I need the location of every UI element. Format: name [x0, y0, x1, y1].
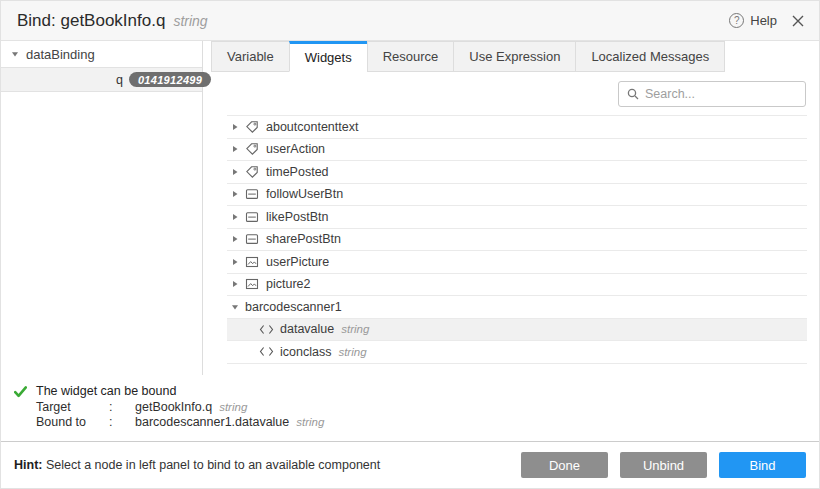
- widget-type: string: [341, 323, 369, 335]
- success-check-icon: [14, 386, 27, 398]
- dialog-header: Bind: getBookInfo.q string ? Help: [1, 1, 819, 41]
- bind-button[interactable]: Bind: [719, 452, 806, 478]
- status-boundto-row: Bound to : barcodescanner1.datavalue str…: [36, 415, 324, 431]
- dialog-title-type: string: [173, 13, 207, 29]
- widget-row-sharepostbtn[interactable]: sharePostBtn: [227, 229, 807, 252]
- tab-localized-messages[interactable]: Localized Messages: [575, 41, 725, 72]
- caret-right-icon: [231, 145, 239, 153]
- tab-variable[interactable]: Variable: [211, 41, 290, 72]
- widget-row-aboutcontenttext[interactable]: aboutcontenttext: [227, 116, 807, 139]
- widget-row-userpicture[interactable]: userPicture: [227, 251, 807, 274]
- widget-label: likePostBtn: [266, 210, 329, 224]
- widget-row-likepostbtn[interactable]: likePostBtn: [227, 206, 807, 229]
- dialog-body: dataBinding q 0141912499 Variable Widget…: [1, 41, 819, 375]
- tag-icon: [245, 165, 266, 179]
- hint-label: Hint:: [14, 458, 42, 472]
- widget-row-datavalue[interactable]: datavalue string: [227, 319, 807, 342]
- picture-icon: [245, 277, 266, 291]
- caret-right-icon: [231, 258, 239, 266]
- status-target-row: Target : getBookInfo.q string: [36, 400, 324, 416]
- button-icon: [245, 187, 266, 201]
- bound-value-badge: 0141912499: [129, 72, 211, 87]
- data-binding-tree-panel: dataBinding q 0141912499: [1, 41, 203, 375]
- binding-source-panel: Variable Widgets Resource Use Expression…: [203, 41, 819, 375]
- tag-icon: [245, 120, 266, 134]
- caret-right-icon: [231, 190, 239, 198]
- button-icon: [245, 210, 266, 224]
- picture-icon: [245, 255, 266, 269]
- done-button[interactable]: Done: [521, 452, 608, 478]
- widget-label: followUserBtn: [266, 187, 343, 201]
- widget-label: datavalue: [280, 322, 334, 336]
- caret-right-icon: [231, 168, 239, 176]
- tree-root-label: dataBinding: [26, 47, 95, 62]
- widget-row-useraction[interactable]: userAction: [227, 139, 807, 162]
- tag-icon: [245, 142, 266, 156]
- caret-down-icon: [231, 303, 239, 311]
- dialog-footer: Hint: Select a node in left panel to bin…: [1, 442, 819, 488]
- status-boundto-value: barcodescanner1.datavalue: [135, 415, 289, 431]
- help-button[interactable]: ? Help: [729, 13, 777, 28]
- caret-right-icon: [231, 235, 239, 243]
- caret-right-icon: [231, 280, 239, 288]
- widget-row-iconclass[interactable]: iconclass string: [227, 341, 807, 364]
- widget-label: userPicture: [266, 255, 329, 269]
- code-icon: [259, 324, 280, 335]
- widget-label: userAction: [266, 142, 325, 156]
- widget-row-barcodescanner1[interactable]: barcodescanner1: [227, 296, 807, 319]
- binding-status-panel: The widget can be bound Target : getBook…: [1, 375, 819, 442]
- hint-text: Hint: Select a node in left panel to bin…: [14, 458, 509, 472]
- caret-down-icon: [11, 50, 19, 58]
- code-icon: [259, 346, 280, 357]
- caret-right-icon: [231, 213, 239, 221]
- bind-dialog: Bind: getBookInfo.q string ? Help dataBi…: [0, 0, 820, 489]
- tab-bar: Variable Widgets Resource Use Expression…: [203, 41, 819, 72]
- widget-row-picture2[interactable]: picture2: [227, 274, 807, 297]
- tree-node-label: q: [116, 73, 123, 87]
- search-input[interactable]: [645, 87, 797, 101]
- status-target-value: getBookInfo.q: [135, 400, 212, 416]
- search-box: [618, 81, 806, 107]
- status-boundto-label: Bound to: [36, 415, 109, 431]
- tab-widgets[interactable]: Widgets: [289, 41, 368, 72]
- status-target-type: string: [219, 400, 247, 416]
- tree-node-databinding[interactable]: dataBinding: [1, 41, 202, 67]
- tab-resource[interactable]: Resource: [367, 41, 455, 72]
- widget-label: iconclass: [280, 345, 331, 359]
- widget-type: string: [338, 346, 366, 358]
- widget-row-followuserbtn[interactable]: followUserBtn: [227, 184, 807, 207]
- widget-label: barcodescanner1: [245, 300, 342, 314]
- close-icon[interactable]: [791, 14, 805, 28]
- tab-use-expression[interactable]: Use Expression: [453, 41, 576, 72]
- help-icon: ?: [729, 13, 744, 28]
- widget-label: timePosted: [266, 165, 329, 179]
- widget-label: aboutcontenttext: [266, 120, 358, 134]
- search-row: [203, 72, 819, 115]
- help-label: Help: [750, 13, 777, 28]
- tree-node-q[interactable]: q 0141912499: [1, 67, 202, 92]
- widget-row-timeposted[interactable]: timePosted: [227, 161, 807, 184]
- search-icon: [627, 88, 639, 100]
- widget-label: picture2: [266, 277, 310, 291]
- unbind-button[interactable]: Unbind: [620, 452, 707, 478]
- button-icon: [245, 232, 266, 246]
- dialog-title: Bind: getBookInfo.q: [17, 11, 165, 31]
- widget-label: sharePostBtn: [266, 232, 341, 246]
- status-boundto-type: string: [296, 415, 324, 431]
- status-message: The widget can be bound: [36, 384, 324, 400]
- status-target-label: Target: [36, 400, 109, 416]
- caret-right-icon: [231, 123, 239, 131]
- widget-list: aboutcontenttext userAction timePosted f…: [227, 115, 807, 364]
